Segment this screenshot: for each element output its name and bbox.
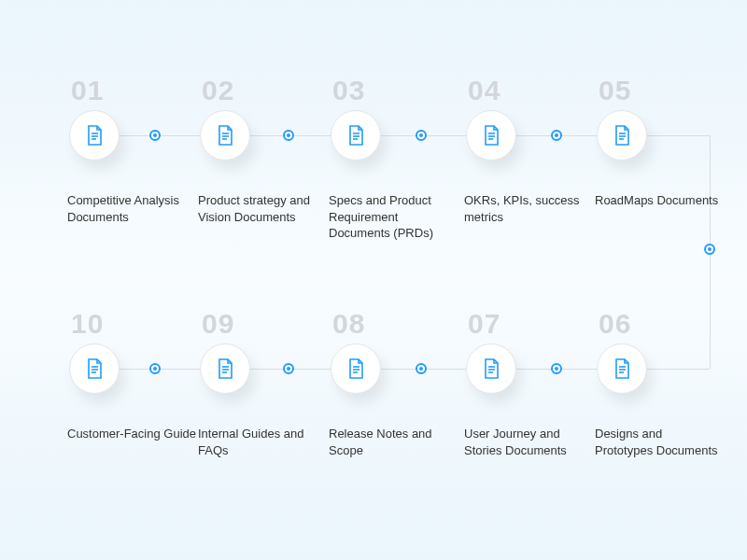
- connector-dot-icon: [283, 363, 294, 374]
- connector-dot-icon: [416, 130, 427, 141]
- step-10: 10 Customer-Facing Guide: [65, 308, 196, 442]
- document-icon: [214, 124, 236, 147]
- step-09: 09 Internal Guides and FAQs: [196, 308, 327, 458]
- step-01: 01 Competitive Analysis Documents: [65, 75, 196, 225]
- step-label: OKRs, KPIs, success metrics: [464, 192, 593, 225]
- step-circle: [597, 110, 647, 161]
- document-icon: [480, 357, 502, 380]
- document-icon: [83, 357, 106, 380]
- step-label: Competitive Analysis Documents: [67, 192, 196, 225]
- step-label: Release Notes and Scope: [329, 426, 458, 458]
- step-label: Internal Guides and FAQs: [198, 426, 327, 458]
- connector-dot-icon: [551, 130, 562, 141]
- step-circle: [597, 343, 647, 394]
- step-05: 05 RoadMaps Documents: [593, 75, 724, 209]
- step-04: 04 OKRs, KPIs, success metrics: [462, 75, 593, 225]
- step-number: 04: [468, 75, 593, 106]
- step-label: Specs and Product Requirement Documents …: [329, 192, 458, 242]
- document-icon: [214, 357, 236, 380]
- document-icon: [83, 124, 106, 147]
- step-number: 09: [202, 308, 327, 340]
- step-02: 02 Product strategy and Vision Documents: [196, 75, 327, 225]
- step-number: 08: [332, 308, 458, 340]
- step-number: 01: [71, 75, 196, 106]
- step-07: 07 User Journey and Stories Documents: [462, 308, 593, 458]
- step-06: 06 Designs and Prototypes Documents: [593, 308, 724, 458]
- step-number: 03: [332, 75, 458, 106]
- step-number: 05: [599, 75, 724, 106]
- step-circle: [331, 110, 381, 161]
- connector-dot-icon: [283, 130, 294, 141]
- step-number: 10: [71, 308, 196, 340]
- step-circle: [69, 343, 120, 394]
- document-icon: [611, 124, 633, 147]
- step-03: 03 Specs and Product Requirement Documen…: [327, 75, 458, 242]
- step-circle: [200, 343, 250, 394]
- connector-dot-icon: [551, 363, 562, 374]
- step-label: RoadMaps Documents: [595, 192, 724, 209]
- document-icon: [611, 357, 633, 380]
- step-circle: [466, 343, 516, 394]
- step-circle: [331, 343, 381, 394]
- step-number: 06: [599, 308, 724, 340]
- document-icon: [345, 357, 367, 380]
- step-label: Product strategy and Vision Documents: [198, 192, 327, 225]
- connector-dot-icon: [416, 363, 427, 374]
- step-label: Customer-Facing Guide: [67, 426, 196, 442]
- step-circle: [466, 110, 516, 161]
- connector-dot-icon: [704, 244, 715, 255]
- step-label: User Journey and Stories Documents: [464, 426, 593, 458]
- document-icon: [345, 124, 367, 147]
- document-icon: [480, 124, 502, 147]
- step-08: 08 Release Notes and Scope: [327, 308, 458, 458]
- connector-dot-icon: [149, 363, 161, 374]
- step-circle: [200, 110, 250, 161]
- step-number: 02: [202, 75, 327, 106]
- connector-dot-icon: [149, 130, 161, 141]
- step-circle: [69, 110, 120, 161]
- step-number: 07: [468, 308, 593, 340]
- step-label: Designs and Prototypes Documents: [595, 426, 724, 458]
